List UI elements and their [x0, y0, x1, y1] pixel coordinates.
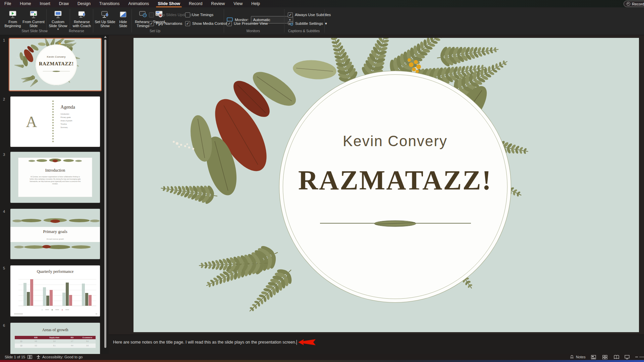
slide-sorter-view-button[interactable]	[602, 354, 607, 360]
play-narrations-label: Play Narrations	[156, 21, 182, 25]
slide-number-3: 3	[3, 153, 5, 157]
floral-band-bottom	[10, 244, 100, 250]
agenda-title: Agenda	[61, 105, 98, 110]
rehearse-timings-icon	[139, 10, 147, 19]
rehearse-with-coach-label: Rehearse with Coach	[73, 20, 91, 28]
panel-scrollbar[interactable]	[103, 35, 108, 354]
editing-canvas: Kevin Convery RAZMATAZZ!	[109, 35, 644, 335]
notes-toggle-button[interactable]: Notes	[570, 354, 586, 360]
thumbnail-slide-2[interactable]: A Agenda Introduction Primary goals Area…	[10, 97, 100, 147]
set-up-slide-show-icon	[101, 10, 109, 19]
bar-chart	[18, 279, 96, 306]
ribbon-slide-show: From Beginning From Current Slide Custom…	[0, 7, 644, 35]
tab-home[interactable]: Home	[15, 0, 35, 7]
status-bar: Slide 1 of 15 Accessibility: Good to go …	[0, 354, 644, 360]
notes-toggle-icon	[570, 355, 574, 359]
subtitle-settings-button[interactable]: Subtitle Settings ▾	[288, 21, 327, 26]
slide-number-6: 6	[3, 323, 5, 327]
thumbnail-slide-3[interactable]: Introduction At Contoso, we empower orga…	[10, 152, 100, 203]
thumbnail-slide-5[interactable]: Quarterly performance	[10, 265, 100, 316]
slide-title-text: RAZMATAZZ!	[261, 165, 529, 196]
record-button-titlebar[interactable]: Record	[624, 1, 644, 7]
tab-transitions[interactable]: Transitions	[95, 0, 124, 7]
proofing-book-icon[interactable]	[28, 354, 32, 360]
hide-slide-label: Hide Slide	[119, 20, 127, 28]
tab-help[interactable]: Help	[247, 0, 264, 7]
subtitle-settings-label: Subtitle Settings	[295, 21, 323, 25]
group-monitors: Monitors	[228, 29, 278, 34]
notes-pane[interactable]: Here are some notes on the title page. I…	[109, 335, 644, 354]
main-slide[interactable]: Kevin Convery RAZMATAZZ!	[133, 38, 639, 332]
checkbox-icon	[149, 12, 154, 17]
page-number-placeholder	[96, 313, 97, 314]
chart-title: Quarterly performance	[10, 269, 100, 274]
scroll-up-icon[interactable]	[104, 36, 107, 38]
accessibility-label: Accessibility: Good to go	[42, 355, 83, 359]
tab-animations[interactable]: Animations	[124, 0, 154, 7]
from-beginning-label: From Beginning	[5, 20, 21, 28]
tab-slide-show[interactable]: Slide Show	[153, 0, 184, 7]
introduction-body: At Contoso, we empower organizations to …	[29, 176, 82, 185]
group-start-slide-show: Start Slide Show	[9, 29, 60, 34]
table-title: Areas of growth	[10, 327, 100, 333]
show-media-controls-checkbox[interactable]: Show Media Controls	[185, 21, 229, 26]
group-captions-subtitles: Captions & Subtitles	[279, 29, 329, 34]
agenda-monogram: A	[26, 113, 37, 131]
use-presenter-view-label: Use Presenter View	[234, 21, 268, 25]
introduction-title: Introduction	[18, 168, 92, 173]
scrollbar-thumb[interactable]	[104, 40, 106, 348]
tab-record[interactable]: Record	[184, 0, 207, 7]
reading-view-button[interactable]	[614, 354, 619, 360]
use-presenter-view-checkbox[interactable]: Use Presenter View	[227, 21, 268, 26]
slide-number-2: 2	[3, 97, 5, 101]
thumbnail-slide-1[interactable]: Kevin Convery RAZMATAZZ!	[9, 38, 102, 91]
record-dot-icon	[627, 2, 630, 6]
accessibility-icon	[36, 355, 41, 359]
zoom-slider[interactable]	[639, 354, 644, 360]
notes-text: Here are some notes on the title page. I…	[113, 340, 296, 345]
thumbnail-slide-6[interactable]: Areas of growth B2BSupply chainROIE-comm…	[10, 323, 100, 354]
chevron-down-icon: ▾	[325, 21, 327, 26]
checkbox-icon	[149, 21, 154, 26]
feather-ornament	[365, 217, 425, 230]
set-up-slide-show-label: Set Up Slide Show	[95, 20, 115, 28]
play-from-beginning-icon	[8, 10, 17, 19]
group-rehearse: Rehearse	[63, 29, 90, 34]
hide-slide-icon	[119, 10, 127, 19]
slide-author-text: Kevin Convery	[278, 133, 513, 149]
slide-show-view-button[interactable]	[625, 354, 630, 360]
use-timings-label: Use Timings	[192, 13, 213, 17]
tab-insert[interactable]: Insert	[36, 0, 55, 7]
play-narrations-checkbox[interactable]: Play Narrations	[149, 21, 182, 26]
floral-divider-strip	[52, 101, 54, 143]
slide-number-4: 4	[3, 209, 5, 214]
menu-bar: File Home Insert Draw Design Transitions…	[0, 0, 644, 7]
use-timings-checkbox[interactable]: Use Timings	[185, 12, 213, 17]
rehearse-timings-label: Rehearse Timings	[135, 20, 151, 28]
bottom-gradient-strip	[0, 360, 644, 362]
agenda-item: Areas of growth	[61, 119, 98, 122]
agenda-item: Introduction	[61, 112, 98, 116]
normal-view-button[interactable]	[591, 354, 596, 360]
floral-band-top	[10, 218, 100, 224]
slide-number-1: 1	[3, 38, 5, 42]
group-set-up: Set Up	[96, 29, 214, 34]
accessibility-status[interactable]: Accessibility: Good to go	[36, 354, 83, 360]
play-from-current-icon	[29, 10, 38, 19]
primary-goals-subtitle: Annual revenue growth	[10, 238, 100, 240]
agenda-item: Timeline	[61, 122, 98, 126]
thumbnail-slide-4[interactable]: Primary goals Annual revenue growth	[10, 209, 100, 259]
notes-toggle-label: Notes	[576, 355, 586, 359]
tab-draw[interactable]: Draw	[55, 0, 73, 7]
tab-review[interactable]: Review	[207, 0, 229, 7]
record-button-label: Record	[632, 2, 644, 6]
tab-file[interactable]: File	[0, 0, 15, 7]
tab-design[interactable]: Design	[73, 0, 95, 7]
show-media-controls-label: Show Media Controls	[192, 21, 229, 25]
primary-goals-title: Primary goals	[10, 229, 100, 234]
zoom-out-button[interactable]	[635, 354, 638, 360]
tab-view[interactable]: View	[229, 0, 247, 7]
rehearse-with-coach-icon	[77, 10, 86, 19]
checkbox-icon	[288, 12, 293, 17]
red-arrow-annotation	[298, 339, 316, 346]
